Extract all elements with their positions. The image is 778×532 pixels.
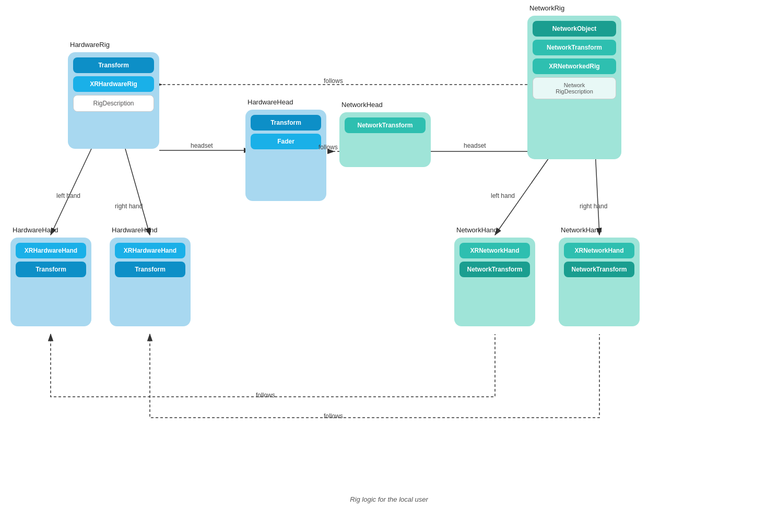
network-head-transform: NetworkTransform bbox=[345, 117, 426, 133]
hardware-hand-left-group: HardwareHand XRHardwareHand Transform bbox=[10, 238, 91, 326]
hardware-hand-left-transform: Transform bbox=[16, 262, 86, 277]
network-hand-right-transform: NetworkTransform bbox=[564, 262, 634, 277]
network-head-title: NetworkHead bbox=[341, 101, 383, 109]
headset-left-label: headset bbox=[191, 142, 213, 149]
hardware-rig-xr: XRHardwareRig bbox=[73, 76, 154, 92]
left-hand-net-label: left hand bbox=[491, 192, 515, 199]
network-hand-left-group: NetworkHand XRNetworkHand NetworkTransfo… bbox=[454, 238, 535, 326]
network-hand-left-xr: XRNetworkHand bbox=[459, 243, 530, 258]
network-head-group: NetworkHead NetworkTransform bbox=[339, 112, 431, 167]
diagram-canvas: HardwareRig Transform XRHardwareRig RigD… bbox=[0, 0, 778, 532]
network-hand-left-transform: NetworkTransform bbox=[459, 262, 530, 277]
network-rig-title: NetworkRig bbox=[529, 4, 564, 12]
hardware-head-group: HardwareHead Transform Fader bbox=[245, 110, 326, 201]
network-hand-right-xr: XRNetworkHand bbox=[564, 243, 634, 258]
network-rig-transform: NetworkTransform bbox=[533, 40, 616, 55]
follows-bottom1-arrow bbox=[51, 334, 495, 397]
right-hand-arrow bbox=[125, 149, 150, 235]
network-rig-group: NetworkRig NetworkObject NetworkTransfor… bbox=[527, 16, 621, 159]
hardware-rig-title: HardwareRig bbox=[70, 41, 110, 49]
network-hand-left-title: NetworkHand bbox=[456, 226, 498, 234]
network-hand-right-group: NetworkHand XRNetworkHand NetworkTransfo… bbox=[559, 238, 640, 326]
hardware-head-transform: Transform bbox=[251, 115, 321, 131]
follows-top-label: follows bbox=[324, 77, 343, 85]
diagram-caption: Rig logic for the local user bbox=[0, 495, 778, 503]
hardware-head-title: HardwareHead bbox=[247, 98, 293, 106]
follows-bottom1-label: follows bbox=[256, 392, 275, 399]
hardware-hand-left-xr: XRHardwareHand bbox=[16, 243, 86, 258]
network-rig-xr: XRNetworkedRig bbox=[533, 58, 616, 74]
hardware-rig-transform: Transform bbox=[73, 57, 154, 73]
left-hand-label: left hand bbox=[56, 192, 80, 199]
follows-mid-label: follows bbox=[319, 144, 338, 151]
hardware-head-fader: Fader bbox=[251, 134, 321, 149]
network-rig-object: NetworkObject bbox=[533, 21, 616, 37]
network-rig-desc: NetworkRigDescription bbox=[533, 77, 616, 99]
hardware-rig-desc: RigDescription bbox=[73, 95, 154, 112]
right-hand-net-label: right hand bbox=[580, 203, 607, 210]
right-hand-label: right hand bbox=[115, 203, 143, 210]
hardware-hand-right-transform: Transform bbox=[115, 262, 185, 277]
right-hand-net-arrow bbox=[595, 151, 599, 235]
hardware-rig-group: HardwareRig Transform XRHardwareRig RigD… bbox=[68, 52, 159, 149]
hardware-hand-left-title: HardwareHand bbox=[13, 226, 58, 234]
headset-right-label: headset bbox=[464, 142, 486, 149]
network-hand-right-title: NetworkHand bbox=[561, 226, 602, 234]
hardware-hand-right-group: HardwareHand XRHardwareHand Transform bbox=[110, 238, 191, 326]
hardware-hand-right-xr: XRHardwareHand bbox=[115, 243, 185, 258]
hardware-hand-right-title: HardwareHand bbox=[112, 226, 157, 234]
follows-bottom2-label: follows bbox=[324, 412, 343, 420]
follows-bottom2-arrow bbox=[150, 334, 599, 418]
